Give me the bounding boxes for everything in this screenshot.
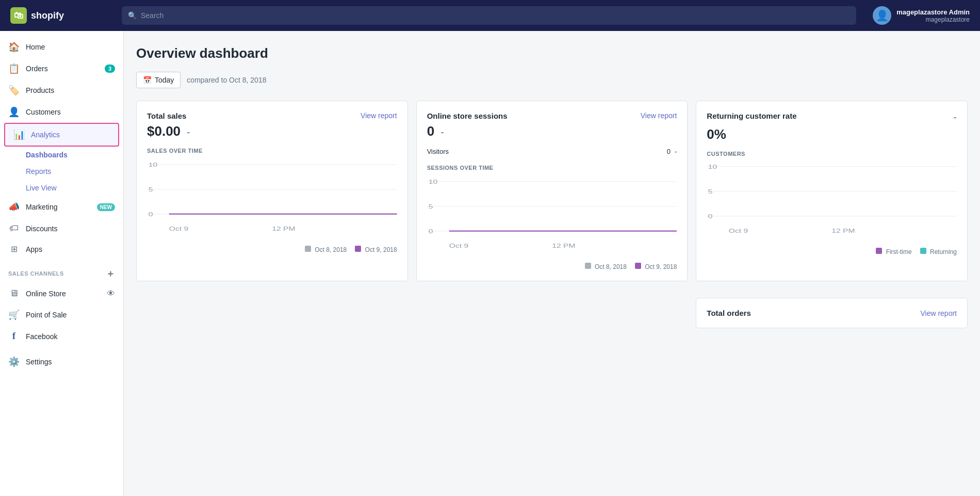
sessions-over-time-label: SESSIONS OVER TIME bbox=[427, 165, 677, 171]
sidebar-label-discounts: Discounts bbox=[26, 225, 115, 233]
avatar: 👤 bbox=[873, 6, 891, 25]
online-store-eye-icon[interactable]: 👁 bbox=[107, 289, 115, 298]
visitors-dash: - bbox=[675, 148, 677, 155]
sidebar-label-settings: Settings bbox=[26, 358, 115, 366]
main-content: Overview dashboard 📅 Today compared to O… bbox=[124, 31, 980, 496]
svg-text:5: 5 bbox=[708, 188, 713, 195]
svg-text:0: 0 bbox=[149, 211, 153, 218]
visitors-stat-row: Visitors 0 - bbox=[427, 148, 677, 157]
calendar-icon: 📅 bbox=[143, 76, 152, 84]
total-sales-value: $0.00 bbox=[147, 123, 181, 139]
total-sales-legend: Oct 8, 2018 Oct 9, 2018 bbox=[147, 246, 397, 253]
total-sales-svg: 10 5 0 Oct 9 12 PM bbox=[147, 159, 397, 242]
online-sessions-value: 0 bbox=[427, 123, 434, 139]
pos-icon: 🛒 bbox=[8, 309, 20, 321]
discounts-icon: 🏷 bbox=[8, 223, 20, 234]
sales-over-time-label: SALES OVER TIME bbox=[147, 148, 397, 154]
sidebar-item-marketing[interactable]: 📣 Marketing New bbox=[0, 196, 123, 218]
products-icon: 🏷️ bbox=[8, 85, 20, 96]
user-store: mageplazastore bbox=[896, 16, 970, 23]
sidebar-item-analytics[interactable]: 📊 Analytics bbox=[4, 123, 119, 147]
returning-rate-value-row: 0% bbox=[707, 126, 957, 142]
returning-rate-card: Returning customer rate - 0% CUSTOMERS 1… bbox=[696, 101, 968, 281]
sidebar-item-apps[interactable]: ⊞ Apps bbox=[0, 239, 123, 259]
online-sessions-value-row: 0 - bbox=[427, 123, 677, 139]
sidebar-label-home: Home bbox=[26, 43, 115, 51]
date-btn-label: Today bbox=[155, 76, 174, 84]
bottom-cards-row: Total orders View report bbox=[136, 290, 968, 328]
sessions-legend-oct8: Oct 8, 2018 bbox=[585, 263, 627, 270]
total-orders-card: Total orders View report bbox=[696, 298, 968, 328]
legend-item-oct8: Oct 8, 2018 bbox=[305, 246, 347, 253]
total-sales-chart: 10 5 0 Oct 9 12 PM bbox=[147, 159, 397, 242]
sidebar-item-orders[interactable]: 📋 Orders 3 bbox=[0, 58, 123, 79]
search-input[interactable] bbox=[141, 11, 850, 20]
apps-icon: ⊞ bbox=[8, 244, 20, 254]
sidebar-label-online-store: Online Store bbox=[26, 290, 101, 298]
sessions-legend-dot-oct8 bbox=[585, 263, 591, 269]
sidebar-item-products[interactable]: 🏷️ Products bbox=[0, 79, 123, 101]
analytics-icon: 📊 bbox=[13, 129, 25, 140]
svg-text:Oct 9: Oct 9 bbox=[729, 227, 748, 234]
svg-text:0: 0 bbox=[708, 213, 713, 220]
total-orders-title: Total orders bbox=[707, 309, 751, 317]
total-sales-title: Total sales bbox=[147, 111, 186, 120]
date-today-button[interactable]: 📅 Today bbox=[136, 72, 181, 88]
sidebar-item-pos[interactable]: 🛒 Point of Sale bbox=[0, 304, 123, 326]
returning-rate-value: 0% bbox=[707, 126, 726, 142]
home-icon: 🏠 bbox=[8, 41, 20, 53]
sidebar-item-settings[interactable]: ⚙️ Settings bbox=[0, 351, 123, 373]
logo-text: shopify bbox=[31, 10, 64, 21]
total-sales-dash: - bbox=[187, 126, 190, 138]
sidebar-sub-live-view[interactable]: Live View bbox=[0, 180, 123, 196]
online-sessions-dash: - bbox=[440, 126, 444, 138]
online-sessions-title: Online store sessions bbox=[427, 111, 508, 120]
total-orders-header: Total orders View report bbox=[707, 309, 957, 317]
svg-text:12 PM: 12 PM bbox=[552, 242, 575, 249]
returning-legend-item: Returning bbox=[920, 248, 957, 255]
sidebar-item-home[interactable]: 🏠 Home bbox=[0, 36, 123, 58]
visitors-value-group: 0 - bbox=[667, 148, 677, 155]
total-sales-header: Total sales View report bbox=[147, 111, 397, 120]
online-sessions-header: Online store sessions View report bbox=[427, 111, 677, 120]
sidebar-item-discounts[interactable]: 🏷 Discounts bbox=[0, 218, 123, 239]
sidebar-sub-dashboards[interactable]: Dashboards bbox=[0, 147, 123, 163]
shopify-logo-icon: 🛍 bbox=[10, 7, 27, 24]
total-sales-value-row: $0.00 - bbox=[147, 123, 397, 139]
legend-dot-oct9 bbox=[355, 246, 361, 252]
sidebar-label-marketing: Marketing bbox=[26, 203, 91, 211]
online-sessions-svg: 10 5 0 Oct 9 12 PM bbox=[427, 176, 677, 259]
online-sessions-card: Online store sessions View report 0 - Vi… bbox=[416, 101, 688, 281]
sessions-legend-dot-oct9 bbox=[635, 263, 641, 269]
total-sales-view-report-link[interactable]: View report bbox=[361, 111, 397, 120]
svg-text:5: 5 bbox=[149, 186, 153, 193]
date-compare-label: compared to Oct 8, 2018 bbox=[187, 76, 266, 84]
returning-rate-title: Returning customer rate bbox=[707, 111, 796, 120]
svg-text:10: 10 bbox=[149, 161, 158, 168]
sidebar-label-analytics: Analytics bbox=[31, 131, 110, 139]
marketing-icon: 📣 bbox=[8, 201, 20, 213]
customers-icon: 👤 bbox=[8, 106, 20, 118]
sidebar-item-facebook[interactable]: f Facebook bbox=[0, 326, 123, 347]
settings-icon: ⚙️ bbox=[8, 356, 20, 367]
top-nav: 🛍 shopify 🔍 👤 mageplazastore Admin magep… bbox=[0, 0, 980, 31]
search-bar[interactable]: 🔍 bbox=[122, 6, 856, 25]
svg-text:10: 10 bbox=[708, 163, 717, 170]
logo[interactable]: 🛍 shopify bbox=[10, 7, 113, 24]
sessions-legend-oct9: Oct 9, 2018 bbox=[635, 263, 677, 270]
sidebar-item-online-store[interactable]: 🖥 Online Store 👁 bbox=[0, 283, 123, 304]
main-layout: 🏠 Home 📋 Orders 3 🏷️ Products 👤 Customer… bbox=[0, 31, 980, 496]
visitors-value: 0 bbox=[667, 148, 671, 155]
first-time-legend: First-time bbox=[876, 248, 911, 255]
orders-badge: 3 bbox=[105, 65, 115, 73]
online-sessions-view-report-link[interactable]: View report bbox=[641, 111, 677, 120]
sidebar-sub-reports[interactable]: Reports bbox=[0, 163, 123, 180]
first-time-legend-dot bbox=[876, 248, 882, 254]
add-sales-channel-icon[interactable]: ＋ bbox=[106, 267, 116, 280]
sidebar-item-customers[interactable]: 👤 Customers bbox=[0, 101, 123, 123]
sidebar-label-products: Products bbox=[26, 86, 115, 94]
marketing-badge-new: New bbox=[97, 203, 115, 211]
sidebar-label-orders: Orders bbox=[26, 65, 99, 73]
total-orders-view-report-link[interactable]: View report bbox=[920, 309, 957, 317]
returning-rate-header-dash: - bbox=[953, 111, 957, 123]
